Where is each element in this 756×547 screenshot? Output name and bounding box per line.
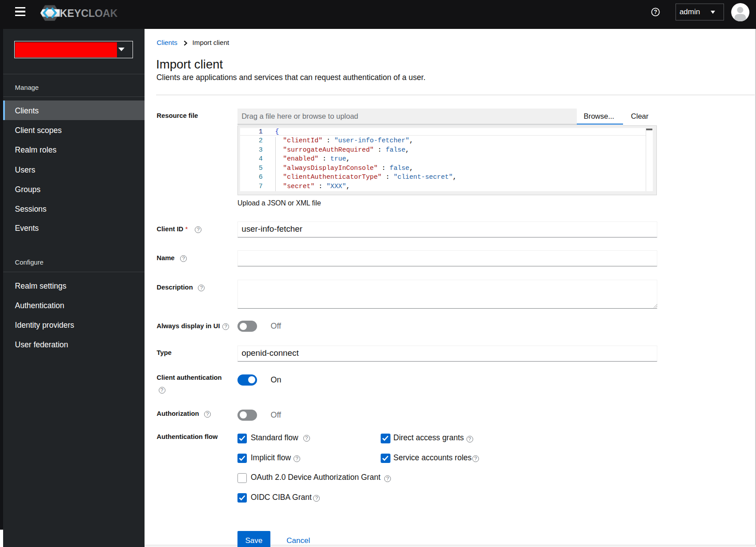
svg-text:KEYCLOAK: KEYCLOAK (60, 8, 118, 19)
svg-text:?: ? (654, 9, 657, 15)
